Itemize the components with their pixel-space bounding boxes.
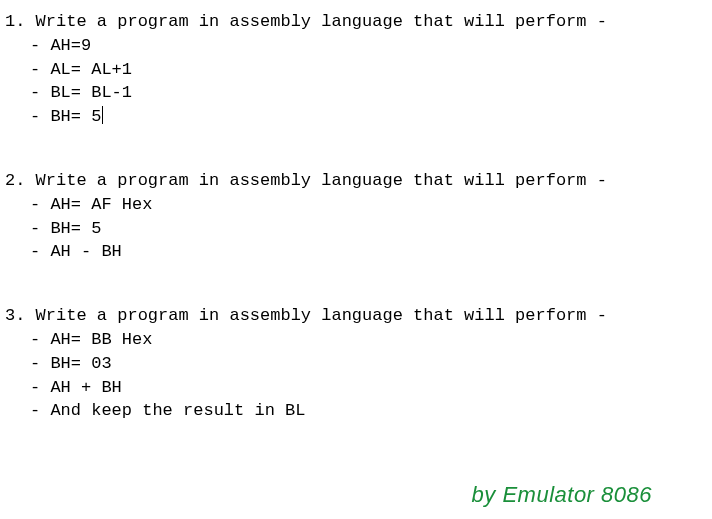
cursor-position: - BH= 5 [30, 105, 101, 129]
question-number: 1. [5, 12, 25, 31]
question-number: 2. [5, 171, 25, 190]
bullet-item: - AH= AF Hex [0, 193, 712, 217]
question-text: Write a program in assembly language tha… [36, 171, 607, 190]
bullet-item: - AH - BH [0, 240, 712, 264]
bullet-item: - AH= BB Hex [0, 328, 712, 352]
bullet-item: - BH= 5 [0, 217, 712, 241]
question-title: 2. Write a program in assembly language … [0, 169, 712, 193]
question-3: 3. Write a program in assembly language … [0, 304, 712, 423]
bullet-item: - And keep the result in BL [0, 399, 712, 423]
question-number: 3. [5, 306, 25, 325]
question-title: 3. Write a program in assembly language … [0, 304, 712, 328]
question-1: 1. Write a program in assembly language … [0, 10, 712, 129]
question-text: Write a program in assembly language tha… [36, 306, 607, 325]
bullet-item: - AL= AL+1 [0, 58, 712, 82]
bullet-item: - BH= 03 [0, 352, 712, 376]
bullet-item: - BH= 5 [0, 105, 712, 129]
bullet-item: - AH + BH [0, 376, 712, 400]
bullet-item: - BL= BL-1 [0, 81, 712, 105]
question-title: 1. Write a program in assembly language … [0, 10, 712, 34]
footer-credit: by Emulator 8086 [472, 480, 652, 511]
question-text: Write a program in assembly language tha… [36, 12, 607, 31]
bullet-item: - AH=9 [0, 34, 712, 58]
question-2: 2. Write a program in assembly language … [0, 169, 712, 264]
